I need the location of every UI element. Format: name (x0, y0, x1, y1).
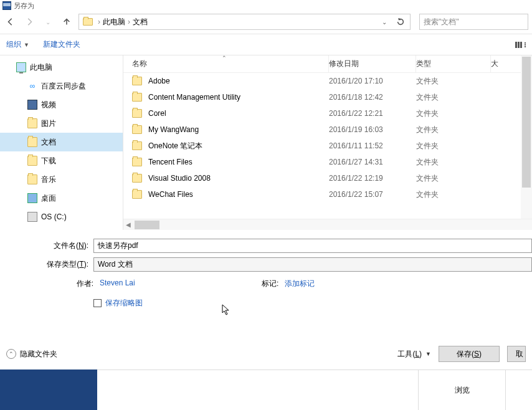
file-name: My WangWang (148, 125, 329, 134)
file-date: 2016/1/11 11:52 (329, 141, 416, 150)
address-bar[interactable]: › 此电脑 › 文档 ⌄ (78, 14, 411, 30)
col-name[interactable]: 名称⌃ (123, 55, 329, 72)
search-input[interactable]: 搜索"文档" (419, 14, 528, 30)
col-type[interactable]: 类型 (416, 55, 491, 72)
scrollbar-thumb[interactable] (135, 221, 159, 229)
author-value[interactable]: Steven Lai (100, 279, 135, 289)
tree-music[interactable]: 音乐 (0, 170, 123, 189)
bottom-edge (505, 370, 532, 410)
new-folder-button[interactable]: 新建文件夹 (43, 39, 80, 50)
tree-pictures[interactable]: 图片 (0, 114, 123, 133)
folder-icon (132, 109, 142, 118)
filename-input[interactable]: 快速另存pdf (93, 239, 532, 253)
folder-icon (83, 18, 93, 26)
sort-caret-icon: ⌃ (222, 55, 227, 61)
tree-baidu[interactable]: ∞百度云同步盘 (0, 77, 123, 95)
folder-icon (132, 190, 142, 199)
file-row[interactable]: Tencent Files2016/1/27 14:31文件夹 (123, 154, 532, 170)
tools-dropdown[interactable]: 工具(L) ▼ (397, 349, 431, 360)
thumbnail-checkbox[interactable] (93, 299, 102, 307)
file-row[interactable]: Corel2016/1/22 12:21文件夹 (123, 105, 532, 122)
file-row[interactable]: OneNote 笔记本2016/1/11 11:52文件夹 (123, 138, 532, 154)
col-date[interactable]: 修改日期 (329, 55, 416, 72)
folder-icon (132, 93, 142, 102)
filename-label: 文件名(N): (0, 241, 93, 251)
file-date: 2016/1/20 17:10 (329, 77, 416, 85)
file-type: 文件夹 (416, 125, 491, 135)
bottom-spacer (97, 370, 418, 410)
refresh-button[interactable] (392, 15, 409, 29)
browse-button[interactable]: 浏览 (418, 370, 505, 410)
folder-icon (132, 77, 142, 85)
chevron-down-icon: ▼ (24, 42, 29, 48)
breadcrumb-root[interactable]: 此电脑 (103, 17, 125, 27)
file-type: 文件夹 (416, 157, 491, 168)
toolbar: 组织 ▼ 新建文件夹 (0, 34, 532, 55)
bottom-white-panel: 浏览 (97, 369, 532, 410)
tag-value[interactable]: 添加标记 (285, 279, 315, 289)
chevron-right-icon: › (125, 17, 133, 26)
nav-bar: ⌄ › 此电脑 › 文档 ⌄ 搜索"文档" (0, 11, 532, 34)
window-icon (2, 1, 11, 10)
organize-button[interactable]: 组织 ▼ (6, 39, 29, 50)
file-row[interactable]: Content Management Utility2016/1/18 12:4… (123, 89, 532, 105)
address-dropdown[interactable]: ⌄ (376, 15, 392, 29)
thumbnail-label: 保存缩略图 (105, 298, 143, 308)
forward-button[interactable] (22, 15, 36, 29)
save-button[interactable]: 保存(S) (439, 346, 500, 362)
tree-osc[interactable]: OS (C:) (0, 207, 123, 226)
file-row[interactable]: Visual Studio 20082016/1/22 12:19文件夹 (123, 170, 532, 186)
folder-tree: 此电脑 ∞百度云同步盘 视频 图片 文档 下载 音乐 桌面 OS (C:) (0, 55, 123, 230)
collapse-icon: ⌃ (6, 349, 16, 359)
file-date: 2016/1/22 12:19 (329, 174, 416, 183)
music-icon (27, 174, 37, 184)
tree-this-pc[interactable]: 此电脑 (0, 58, 123, 77)
tree-desktop[interactable]: 桌面 (0, 189, 123, 207)
folder-icon (132, 141, 142, 150)
hide-folders-button[interactable]: ⌃ 隐藏文件夹 (6, 349, 57, 360)
horizontal-scrollbar[interactable]: ◀ (123, 219, 532, 230)
vertical-scrollbar[interactable] (521, 55, 532, 219)
list-header: 名称⌃ 修改日期 类型 大 (123, 55, 532, 73)
file-date: 2016/1/18 12:42 (329, 93, 416, 102)
cancel-button[interactable]: 取 (507, 346, 526, 362)
back-button[interactable] (4, 15, 17, 29)
search-placeholder: 搜索"文档" (424, 17, 459, 27)
savetype-select[interactable]: Word 文档 (93, 257, 532, 272)
scroll-left-icon[interactable]: ◀ (123, 221, 133, 228)
view-options-button[interactable] (515, 42, 526, 48)
cloud-icon: ∞ (27, 81, 37, 91)
desktop-icon (27, 193, 37, 203)
computer-icon (16, 62, 26, 72)
file-row[interactable]: My WangWang2016/1/19 16:03文件夹 (123, 122, 532, 138)
file-name: Tencent Files (148, 158, 329, 166)
dialog-footer: ⌃ 隐藏文件夹 工具(L) ▼ 保存(S) 取 (0, 338, 532, 369)
breadcrumb-folder[interactable]: 文档 (133, 17, 148, 27)
title-bar: 另存为 (0, 0, 532, 11)
chevron-right-icon: › (95, 17, 103, 26)
file-list-panel: 名称⌃ 修改日期 类型 大 Adobe2016/1/20 17:10文件夹Con… (123, 55, 532, 230)
file-row[interactable]: Adobe2016/1/20 17:10文件夹 (123, 73, 532, 89)
file-name: WeChat Files (148, 190, 329, 199)
up-button[interactable] (60, 15, 74, 29)
file-name: Visual Studio 2008 (148, 174, 329, 183)
file-type: 文件夹 (416, 76, 491, 87)
file-type: 文件夹 (416, 108, 491, 119)
file-name: OneNote 笔记本 (148, 141, 329, 151)
folder-icon (132, 158, 142, 166)
chevron-down-icon: ▼ (425, 351, 431, 357)
video-icon (27, 100, 37, 110)
tree-documents[interactable]: 文档 (0, 133, 123, 151)
folder-icon (132, 125, 142, 134)
file-type: 文件夹 (416, 141, 491, 151)
pictures-icon (27, 118, 37, 128)
file-row[interactable]: WeChat Files2016/1/22 15:07文件夹 (123, 186, 532, 203)
history-dropdown[interactable]: ⌄ (41, 15, 55, 29)
tree-downloads[interactable]: 下载 (0, 151, 123, 170)
folder-icon (132, 174, 142, 183)
main-area: 此电脑 ∞百度云同步盘 视频 图片 文档 下载 音乐 桌面 OS (C:) 名称… (0, 55, 532, 230)
author-label: 作者: (0, 279, 93, 289)
tree-video[interactable]: 视频 (0, 95, 123, 114)
scrollbar-thumb[interactable] (522, 57, 531, 188)
file-date: 2016/1/27 14:31 (329, 158, 416, 166)
